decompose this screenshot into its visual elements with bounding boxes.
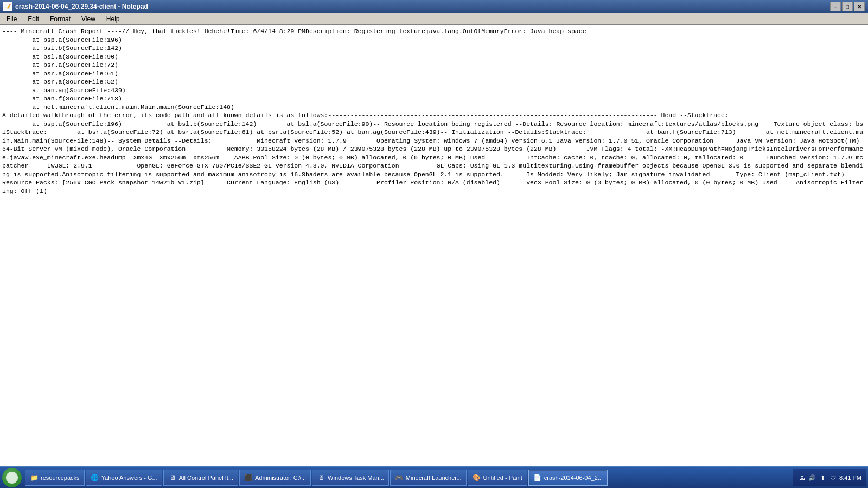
security-icon: 🛡 [828, 473, 837, 482]
paint-icon: 🎨 [473, 473, 481, 482]
minimize-button[interactable]: − [830, 2, 841, 11]
taskbar: 📁 resourcepacks 🌐 Yahoo Answers - G... 🖥… [0, 466, 868, 488]
taskbar-label-controlpanel: All Control Panel It... [179, 474, 233, 481]
volume-icon: 🔊 [808, 473, 816, 482]
taskbar-item-administrator[interactable]: ⬛ Administrator: C:\... [239, 470, 311, 486]
text-content[interactable]: ---- Minecraft Crash Report ----// Hey, … [0, 25, 868, 466]
start-button[interactable] [2, 468, 22, 487]
taskbar-item-yahoo[interactable]: 🌐 Yahoo Answers - G... [86, 470, 162, 486]
taskbar-item-paint[interactable]: 🎨 Untitled - Paint [468, 470, 527, 486]
taskbar-item-crash-notepad[interactable]: 📄 crash-2014-06-04_2... [528, 470, 608, 486]
menu-view[interactable]: View [77, 14, 100, 24]
network-icon: 🖧 [797, 473, 806, 482]
taskbar-right: 🖧 🔊 ⬆ 🛡 8:41 PM [793, 469, 866, 486]
menu-format[interactable]: Format [46, 14, 75, 24]
menu-edit[interactable]: Edit [23, 14, 43, 24]
menu-bar: File Edit Format View Help [0, 13, 868, 25]
browser-icon: 🌐 [91, 473, 99, 482]
taskbar-item-resourcepacks[interactable]: 📁 resourcepacks [25, 470, 85, 486]
start-orb-inner [6, 472, 18, 484]
menu-help[interactable]: Help [102, 14, 124, 24]
taskbar-label-crash-notepad: crash-2014-06-04_2... [544, 474, 603, 481]
title-bar: 📝 crash-2014-06-04_20.29.34-client - Not… [0, 0, 868, 13]
menu-file[interactable]: File [2, 14, 21, 24]
title-bar-left: 📝 crash-2014-06-04_20.29.34-client - Not… [3, 2, 148, 11]
notepad-taskbar-icon: 📄 [533, 473, 542, 482]
taskbar-label-minecraft: Minecraft Launcher... [406, 474, 462, 481]
title-bar-controls: − □ ✕ [830, 2, 865, 11]
taskbar-label-resourcepacks: resourcepacks [41, 474, 80, 481]
taskbar-label-taskmanager: Windows Task Man... [328, 474, 384, 481]
taskmanager-icon: 🖥 [317, 473, 326, 482]
close-button[interactable]: ✕ [854, 2, 865, 11]
clock: 8:41 PM [839, 474, 861, 481]
taskbar-label-administrator: Administrator: C:\... [255, 474, 306, 481]
controlpanel-icon: 🖥 [168, 473, 177, 482]
taskbar-item-minecraft[interactable]: 🎮 Minecraft Launcher... [390, 470, 467, 486]
folder-icon: 📁 [30, 473, 39, 482]
cmd-icon: ⬛ [244, 473, 253, 482]
tray-icons: 🖧 🔊 ⬆ 🛡 [797, 473, 837, 482]
minecraft-icon: 🎮 [395, 473, 404, 482]
window-title: crash-2014-06-04_20.29.34-client - Notep… [15, 3, 148, 10]
taskbar-items: 📁 resourcepacks 🌐 Yahoo Answers - G... 🖥… [25, 470, 792, 486]
taskbar-label-yahoo: Yahoo Answers - G... [101, 474, 157, 481]
notepad-icon: 📝 [3, 2, 12, 11]
taskbar-item-controlpanel[interactable]: 🖥 All Control Panel It... [163, 470, 238, 486]
taskbar-label-paint: Untitled - Paint [483, 474, 522, 481]
taskbar-item-taskmanager[interactable]: 🖥 Windows Task Man... [312, 470, 389, 486]
update-icon: ⬆ [818, 473, 827, 482]
maximize-button[interactable]: □ [842, 2, 853, 11]
